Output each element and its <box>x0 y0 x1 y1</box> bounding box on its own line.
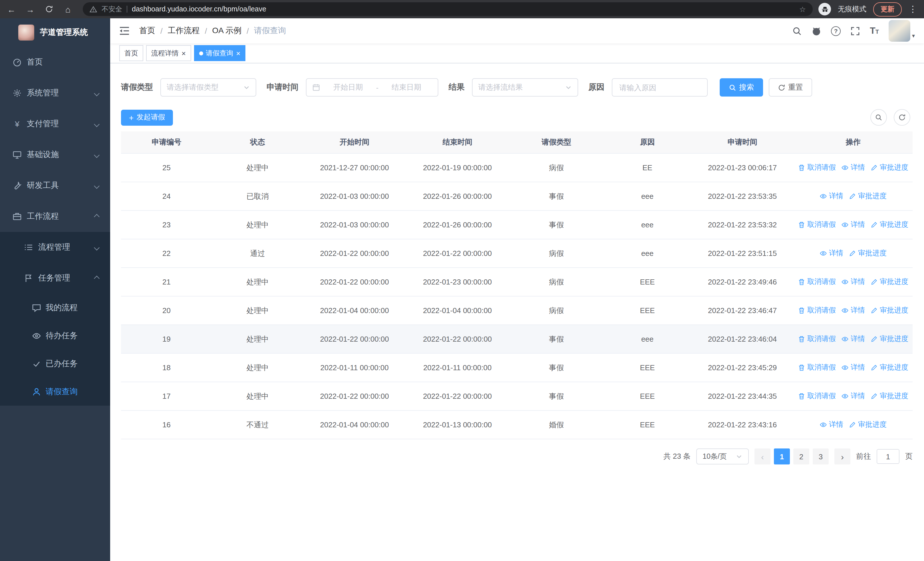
sidebar-item-my-process[interactable]: 我的流程 <box>0 294 110 322</box>
goto-unit-label: 页 <box>905 451 913 462</box>
cancel-leave-link[interactable]: 取消请假 <box>798 391 836 401</box>
cancel-leave-link[interactable]: 取消请假 <box>798 162 836 172</box>
tab-label: 流程详情 <box>151 48 178 58</box>
goto-page-input[interactable] <box>877 449 900 464</box>
page-2-button[interactable]: 2 <box>793 448 809 465</box>
cancel-leave-link[interactable]: 取消请假 <box>798 277 836 286</box>
search-icon[interactable] <box>792 26 802 36</box>
prev-page-button[interactable]: ‹ <box>754 448 771 465</box>
sidebar-item-workflow[interactable]: 工作流程 <box>0 201 110 232</box>
detail-link[interactable]: 详情 <box>842 391 865 401</box>
security-warning-label: 不安全 <box>102 4 122 14</box>
forward-icon[interactable]: → <box>26 5 35 14</box>
search-button[interactable]: 搜索 <box>720 78 763 96</box>
bookmark-star-icon[interactable]: ☆ <box>799 5 806 14</box>
tab-home[interactable]: 首页 <box>119 45 143 61</box>
detail-link[interactable]: 详情 <box>842 305 865 315</box>
approval-progress-link[interactable]: 审批进度 <box>871 362 908 372</box>
breadcrumb-item-workflow[interactable]: 工作流程 <box>168 26 200 36</box>
breadcrumb-item-home[interactable]: 首页 <box>139 26 155 36</box>
sidebar-item-devtools[interactable]: 研发工具 <box>0 170 110 201</box>
sidebar-item-infrastructure[interactable]: 基础设施 <box>0 139 110 170</box>
cancel-leave-link[interactable]: 取消请假 <box>798 220 836 229</box>
active-tab-dot <box>199 51 203 55</box>
security-warning-icon[interactable] <box>90 5 97 13</box>
detail-link[interactable]: 详情 <box>820 420 843 429</box>
sidebar-item-task-management[interactable]: 任务管理 <box>0 263 110 294</box>
breadcrumb-item-current: 请假查询 <box>254 26 286 36</box>
cell-end-time: 2022-01-22 00:00:00 <box>406 382 509 411</box>
approval-progress-link[interactable]: 审批进度 <box>849 191 886 201</box>
approval-progress-link[interactable]: 审批进度 <box>871 334 908 344</box>
table-row: 19 处理中 2022-01-22 00:00:00 2022-01-22 00… <box>121 325 913 353</box>
sidebar-item-system[interactable]: 系统管理 <box>0 78 110 108</box>
fullscreen-icon[interactable] <box>850 26 860 36</box>
reload-icon[interactable] <box>45 5 54 14</box>
approval-progress-link[interactable]: 审批进度 <box>849 248 886 258</box>
cell-apply-id: 17 <box>121 382 212 411</box>
approval-progress-link[interactable]: 审批进度 <box>871 277 908 286</box>
tab-leave-query[interactable]: 请假查询 × <box>194 45 245 61</box>
page-3-button[interactable]: 3 <box>813 448 829 465</box>
close-icon[interactable]: × <box>182 50 186 57</box>
edit-icon <box>849 192 856 200</box>
cancel-leave-link[interactable]: 取消请假 <box>798 362 836 372</box>
cancel-leave-link[interactable]: 取消请假 <box>798 334 836 344</box>
user-menu[interactable]: ▾ <box>889 20 915 42</box>
tab-process-detail[interactable]: 流程详情 × <box>146 45 191 61</box>
detail-link[interactable]: 详情 <box>820 191 843 201</box>
home-icon[interactable]: ⌂ <box>63 5 72 14</box>
create-leave-button[interactable]: + 发起请假 <box>121 110 173 125</box>
toggle-search-icon[interactable] <box>870 109 887 126</box>
cell-start-time: 2022-01-22 00:00:00 <box>303 239 406 268</box>
approval-progress-link[interactable]: 审批进度 <box>849 420 886 429</box>
cell-start-time: 2022-01-04 00:00:00 <box>303 296 406 325</box>
page-1-button[interactable]: 1 <box>774 448 790 465</box>
refresh-icon[interactable] <box>894 109 910 126</box>
approval-progress-link[interactable]: 审批进度 <box>871 391 908 401</box>
approval-progress-link[interactable]: 审批进度 <box>871 220 908 229</box>
close-icon[interactable]: × <box>236 50 240 57</box>
leave-type-select[interactable]: 请选择请假类型 <box>160 78 256 96</box>
help-icon[interactable]: ? <box>831 26 841 36</box>
avatar[interactable] <box>889 20 910 42</box>
sidebar-item-home[interactable]: 首页 <box>0 47 110 78</box>
browser-menu-icon[interactable]: ⋮ <box>909 4 917 14</box>
next-page-button[interactable]: › <box>834 448 850 465</box>
detail-link[interactable]: 详情 <box>842 362 865 372</box>
approval-progress-link[interactable]: 审批进度 <box>871 162 908 172</box>
font-size-icon[interactable]: TT <box>870 26 879 35</box>
cell-leave-type: 病假 <box>509 296 604 325</box>
sidebar-item-todo-tasks[interactable]: 待办任务 <box>0 322 110 350</box>
cell-actions: 取消请假详情审批进度 <box>794 268 913 296</box>
reset-button[interactable]: 重置 <box>769 78 812 96</box>
apply-time-range-picker[interactable]: 开始日期 - 结束日期 <box>306 78 438 96</box>
detail-link[interactable]: 详情 <box>842 220 865 229</box>
back-icon[interactable]: ← <box>7 5 16 14</box>
approval-progress-link[interactable]: 审批进度 <box>871 305 908 315</box>
app-logo[interactable]: 芋道管理系统 <box>0 18 110 47</box>
total-count-label: 共 23 条 <box>663 451 691 462</box>
address-bar[interactable]: 不安全 dashboard.yudao.iocoder.cn/bpm/oa/le… <box>83 2 813 16</box>
browser-right-controls: 无痕模式 更新 ⋮ <box>818 2 917 16</box>
sidebar-item-payment[interactable]: ¥ 支付管理 <box>0 108 110 139</box>
detail-link[interactable]: 详情 <box>842 334 865 344</box>
result-select[interactable]: 请选择流结果 <box>472 78 578 96</box>
detail-link[interactable]: 详情 <box>820 248 843 258</box>
page-content: 请假类型 请选择请假类型 申请时间 开始日期 - 结束日期 结果 请选择流结果 <box>110 63 924 561</box>
cancel-leave-link[interactable]: 取消请假 <box>798 305 836 315</box>
github-icon[interactable] <box>812 26 821 36</box>
incognito-icon <box>818 3 831 15</box>
sidebar-item-leave-query[interactable]: 请假查询 <box>0 378 110 406</box>
browser-update-button[interactable]: 更新 <box>873 2 902 16</box>
sidebar-item-done-tasks[interactable]: 已办任务 <box>0 350 110 378</box>
reason-input[interactable] <box>612 78 708 96</box>
cell-apply-time: 2022-01-22 23:43:16 <box>691 411 794 439</box>
sidebar-item-process-management[interactable]: 流程管理 <box>0 232 110 263</box>
sidebar-collapse-icon[interactable] <box>119 26 129 35</box>
page-size-select[interactable]: 10条/页 <box>696 448 749 465</box>
detail-link[interactable]: 详情 <box>842 277 865 286</box>
detail-link[interactable]: 详情 <box>842 162 865 172</box>
tab-label: 首页 <box>124 48 138 58</box>
url-text[interactable]: dashboard.yudao.iocoder.cn/bpm/oa/leave <box>132 5 795 13</box>
